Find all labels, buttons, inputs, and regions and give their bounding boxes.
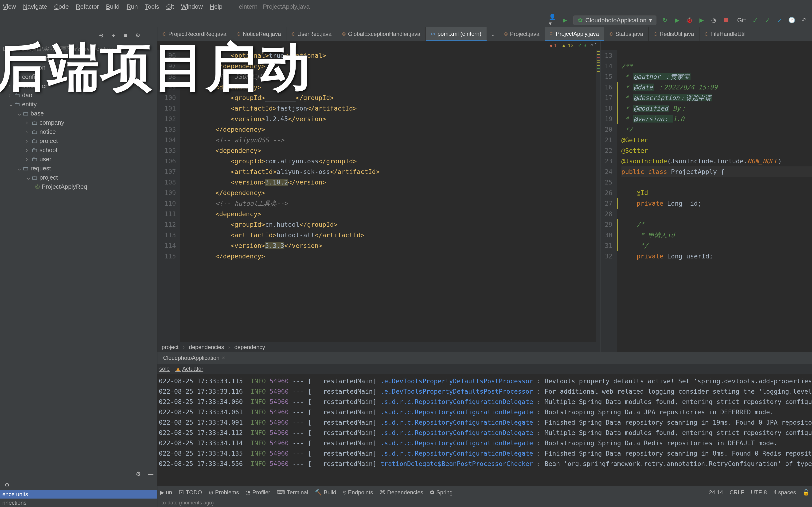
vcs-commit-button[interactable]: ✓ <box>764 16 771 24</box>
menu-code[interactable]: Code <box>54 3 69 10</box>
editor-right[interactable]: 1314151617181920212223242526272829303132… <box>601 41 812 352</box>
run-tool-window: CloudphotoApplication× sole ▲Actuator 02… <box>157 352 812 486</box>
tab-project-java[interactable]: ©Project.java <box>499 27 545 41</box>
tree-company[interactable]: ›🗀company <box>2 118 157 127</box>
marker-strip[interactable] <box>596 50 600 342</box>
rerun-button[interactable]: ↻ <box>661 16 669 24</box>
close-icon[interactable]: × <box>222 355 225 361</box>
vcs-revert-button[interactable]: ↶ <box>800 16 808 24</box>
persistence-units[interactable]: ence units <box>0 490 157 499</box>
tree-project[interactable]: ⌄🗀project <box>2 173 157 182</box>
menu-help[interactable]: Help <box>210 3 222 10</box>
status-bar: ▶ un☑ TODO⊘ Problems◔ Profiler⌨ Terminal… <box>157 486 812 499</box>
tabs-dropdown[interactable]: ⌄ <box>487 27 499 41</box>
tree-school[interactable]: ›🗀school <box>2 146 157 155</box>
connections[interactable]: nnections <box>0 499 157 507</box>
vcs-update-button[interactable]: ✓ <box>751 16 759 24</box>
breadcrumb-bar[interactable]: project› dependencies› dependency <box>157 342 600 352</box>
tree-project[interactable]: ›🗀project <box>2 136 157 146</box>
tab-globalexceptionhandler-java[interactable]: ©GlobalExceptionHandler.java <box>337 27 426 41</box>
status-spring[interactable]: ✿ Spring <box>430 489 453 496</box>
window-title: eintern - ProjectApply.java <box>239 3 310 10</box>
status-profiler[interactable]: ◔ Profiler <box>246 489 270 496</box>
menu-view[interactable]: View <box>3 3 16 10</box>
toolbar: 👤▾ ▶ ✿ CloudphotoApplication ▾ ↻ ▶ 🐞 ▶ ◔… <box>0 13 812 27</box>
run-config-selector[interactable]: ✿ CloudphotoApplication ▾ <box>573 15 656 25</box>
status-endpoints[interactable]: ⎋ Endpoints <box>343 489 373 496</box>
status-un[interactable]: ▶ un <box>160 489 172 496</box>
caret-position[interactable]: 24:14 <box>709 489 723 496</box>
line-ending[interactable]: CRLF <box>729 489 744 496</box>
run-button[interactable]: ▶ <box>673 16 681 24</box>
project-tree[interactable]: ⌄🗀com.eintern›🗀common›🗀config›🗀controlle… <box>0 54 157 468</box>
menu-bar: ViewNavigateCodeRefactorBuildRunToolsGit… <box>0 0 812 13</box>
menu-build[interactable]: Build <box>106 3 119 10</box>
tab-projectapply-java[interactable]: ©ProjectApply.java <box>545 27 604 41</box>
persist-gear-icon[interactable]: ⚙ <box>3 481 11 489</box>
console-output[interactable]: 022-08-25 17:33:33.115 INFO 54960 --- [ … <box>157 374 812 486</box>
coverage-button[interactable]: ▶ <box>698 16 705 24</box>
menu-git[interactable]: Git <box>166 3 174 10</box>
tree-projectapplyreq[interactable]: ©ProjectApplyReq <box>2 182 157 191</box>
overlay-title: 后端项目启动 <box>0 33 311 103</box>
status-build[interactable]: 🔨 Build <box>315 489 336 496</box>
menu-run[interactable]: Run <box>126 3 138 10</box>
indent[interactable]: 4 spaces <box>773 489 796 496</box>
menu-navigate[interactable]: Navigate <box>23 3 47 10</box>
status-dependencies[interactable]: ⌘ Dependencies <box>380 489 423 496</box>
minimize-icon[interactable]: — <box>147 470 154 477</box>
vcs-history-button[interactable]: 🕐 <box>788 16 796 24</box>
tab-status-java[interactable]: ©Status.java <box>604 27 649 41</box>
encoding[interactable]: UTF-8 <box>751 489 767 496</box>
build-status: -to-date (moments ago) <box>157 499 812 507</box>
menu-refactor[interactable]: Refactor <box>76 3 99 10</box>
spring-icon: ✿ <box>578 17 583 24</box>
tab-pom-xml--eintern-[interactable]: mpom.xml (eintern) <box>426 27 487 41</box>
actuator-tab[interactable]: ▲Actuator <box>175 365 203 372</box>
run-icon-small[interactable]: ▶ <box>561 16 569 24</box>
menu-window[interactable]: Window <box>181 3 203 10</box>
run-config-name: CloudphotoApplication <box>585 17 646 24</box>
console-tab[interactable]: sole <box>159 365 170 372</box>
dropdown-icon: ▾ <box>649 17 652 24</box>
tree-notice[interactable]: ›🗀notice <box>2 127 157 136</box>
tree-base[interactable]: ⌄🗀base <box>2 109 157 118</box>
git-label: Git: <box>737 17 747 24</box>
profile-button[interactable]: ◔ <box>710 16 718 24</box>
status-terminal[interactable]: ⌨ Terminal <box>277 489 308 496</box>
status-problems[interactable]: ⊘ Problems <box>209 489 239 496</box>
menu-tools[interactable]: Tools <box>145 3 159 10</box>
debug-button[interactable]: 🐞 <box>686 16 693 24</box>
tab-filehandleutil[interactable]: ©FileHandleUtil <box>700 27 751 41</box>
readonly-icon[interactable]: 🔓 <box>803 489 810 496</box>
tab-redisutil-java[interactable]: ©RedisUtil.java <box>649 27 700 41</box>
user-icon[interactable]: 👤▾ <box>549 16 556 24</box>
vcs-push-button[interactable]: ↗ <box>776 16 783 24</box>
gear-icon[interactable]: ⚙ <box>135 470 142 477</box>
tree-request[interactable]: ⌄🗀request <box>2 164 157 173</box>
status-todo[interactable]: ☑ TODO <box>179 489 202 496</box>
run-tab[interactable]: CloudphotoApplication× <box>159 353 229 363</box>
stop-button[interactable] <box>722 16 730 24</box>
tree-user[interactable]: ›🗀user <box>2 155 157 164</box>
